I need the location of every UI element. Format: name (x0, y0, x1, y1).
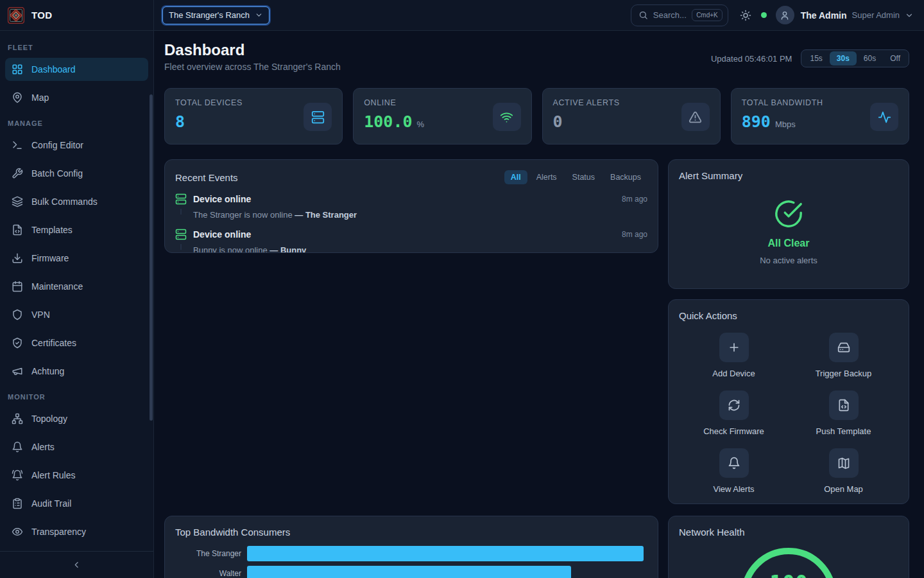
quick-action-add-device[interactable]: Add Device (679, 333, 789, 378)
network-health-gauge: 100 (741, 548, 836, 578)
network-health-score: 100 (769, 571, 808, 578)
sidebar-item-label: Batch Config (31, 168, 83, 179)
user-menu-chevron-icon[interactable] (905, 11, 914, 20)
event-list: Device online8m agoThe Stranger is now o… (175, 191, 647, 253)
app-logo-icon (8, 7, 24, 24)
search-shortcut-badge: Cmd+K (692, 9, 723, 21)
alert-status-text: All Clear (768, 238, 810, 249)
sidebar-section-label: MANAGE (0, 119, 153, 127)
network-icon (12, 413, 23, 425)
sidebar-item-alerts[interactable]: Alerts (5, 435, 148, 459)
bandwidth-bar-track (247, 546, 647, 561)
refresh-interval-control: 15s30s60sOff (801, 49, 909, 67)
sidebar-item-templates[interactable]: Templates (5, 218, 148, 241)
bandwidth-bar (247, 566, 571, 578)
calendar-icon (12, 281, 23, 292)
refresh-option-60s[interactable]: 60s (857, 51, 883, 66)
sidebar-item-label: VPN (31, 310, 50, 320)
sidebar-scrollbar[interactable] (150, 94, 153, 421)
quick-action-check-firmware[interactable]: Check Firmware (679, 390, 789, 436)
stat-card-total-bandwidth: TOTAL BANDWIDTH890Mbps (731, 88, 909, 144)
sidebar-section-manage: MANAGEConfig EditorBatch ConfigBulk Comm… (0, 119, 153, 383)
refresh-option-30s[interactable]: 30s (830, 51, 857, 66)
quick-action-label: View Alerts (713, 484, 754, 494)
quick-action-push-template[interactable]: Push Template (789, 390, 898, 436)
search-input[interactable]: Search... Cmd+K (631, 4, 728, 26)
event-title: Device online (193, 229, 622, 240)
sidebar-item-label: Config Editor (31, 140, 83, 150)
refresh-option-off[interactable]: Off (883, 51, 907, 66)
hard-drive-icon (837, 341, 850, 354)
sidebar-section-label: MONITOR (0, 393, 153, 401)
quick-action-open-map[interactable]: Open Map (789, 448, 898, 494)
sidebar: FLEETDashboardMapMANAGEConfig EditorBatc… (0, 31, 154, 578)
bandwidth-row: Walter (175, 566, 647, 578)
sidebar-item-bulk-commands[interactable]: Bulk Commands (5, 190, 148, 213)
sidebar-item-label: Audit Trail (31, 498, 71, 509)
terminal-icon (12, 139, 23, 151)
connection-status-dot (761, 12, 767, 18)
bandwidth-bars: The StrangerWalter (175, 546, 647, 578)
quick-action-view-alerts[interactable]: View Alerts (679, 448, 789, 494)
quick-action-label: Add Device (712, 369, 755, 378)
sidebar-item-audit-trail[interactable]: Audit Trail (5, 492, 148, 515)
sidebar-item-topology[interactable]: Topology (5, 407, 148, 430)
event-row: Device online8m agoThe Stranger is now o… (175, 191, 647, 226)
sidebar-item-label: Maintenance (31, 281, 83, 292)
sidebar-item-alert-rules[interactable]: Alert Rules (5, 464, 148, 487)
quick-action-chip (829, 333, 859, 362)
sidebar-item-vpn[interactable]: VPN (5, 303, 148, 326)
event-device: — Bunny (270, 245, 306, 253)
stat-unit: Mbps (775, 119, 796, 129)
stat-icon-chip (304, 103, 332, 131)
network-health-title: Network Health (679, 527, 745, 538)
event-time: 8m ago (622, 229, 647, 239)
avatar[interactable] (776, 6, 794, 24)
event-tab-alerts[interactable]: Alerts (530, 170, 563, 184)
event-rail (175, 193, 193, 207)
bandwidth-bar-track (247, 566, 647, 578)
sidebar-item-map[interactable]: Map (5, 86, 148, 109)
stat-card-active-alerts: ACTIVE ALERTS0 (542, 88, 721, 144)
refresh-option-15s[interactable]: 15s (803, 51, 829, 66)
plus-icon (728, 341, 740, 354)
recent-events-panel: Recent Events AllAlertsStatusBackups Dev… (164, 159, 658, 253)
event-tab-status[interactable]: Status (566, 170, 601, 184)
stat-unit: % (417, 119, 425, 129)
alert-summary-panel: Alert Summary All Clear No active alerts (668, 159, 909, 289)
sidebar-item-dashboard[interactable]: Dashboard (5, 58, 148, 81)
wifi-icon (500, 110, 513, 124)
sidebar-item-firmware[interactable]: Firmware (5, 247, 148, 270)
page-subtitle: Fleet overview across The Stranger's Ran… (164, 62, 341, 72)
bandwidth-bar (247, 546, 644, 561)
sidebar-item-certificates[interactable]: Certificates (5, 331, 148, 355)
stat-value: 890 (742, 112, 771, 131)
wrench-icon (12, 168, 23, 179)
stat-value: 100.0 (364, 112, 412, 131)
topbar: TOD The Stranger's Ranch Search... Cmd+K… (0, 0, 924, 31)
alert-detail-text: No active alerts (760, 256, 817, 265)
quick-action-trigger-backup[interactable]: Trigger Backup (789, 333, 898, 378)
sidebar-section-fleet: FLEETDashboardMap (0, 44, 153, 109)
network-health-panel: Network Health 100 (668, 516, 909, 578)
sidebar-item-config-editor[interactable]: Config Editor (5, 134, 148, 157)
sidebar-item-achtung[interactable]: Achtung (5, 360, 148, 383)
ranch-selector[interactable]: The Stranger's Ranch (162, 6, 270, 24)
event-tab-all[interactable]: All (504, 170, 527, 184)
sidebar-item-batch-config[interactable]: Batch Config (5, 162, 148, 185)
check-circle-icon (774, 199, 803, 229)
event-tab-backups[interactable]: Backups (604, 170, 647, 184)
stat-card-total-devices: TOTAL DEVICES8 (164, 88, 343, 144)
download-icon (12, 252, 23, 264)
updated-timestamp: Updated 05:46:01 PM (711, 54, 792, 64)
theme-toggle-sun-icon[interactable] (740, 10, 751, 21)
event-filter-tabs: AllAlertsStatusBackups (504, 170, 647, 184)
stat-card-online: ONLINE100.0% (353, 88, 531, 144)
sidebar-item-maintenance[interactable]: Maintenance (5, 275, 148, 298)
sidebar-item-label: Templates (31, 225, 73, 235)
sidebar-nav: FLEETDashboardMapMANAGEConfig EditorBatc… (0, 44, 153, 543)
sidebar-item-transparency[interactable]: Transparency (5, 520, 148, 543)
quick-actions-grid: Add DeviceTrigger BackupCheck FirmwarePu… (679, 333, 898, 494)
sidebar-collapse-button[interactable] (0, 551, 153, 578)
sidebar-section-monitor: MONITORTopologyAlertsAlert RulesAudit Tr… (0, 393, 153, 543)
